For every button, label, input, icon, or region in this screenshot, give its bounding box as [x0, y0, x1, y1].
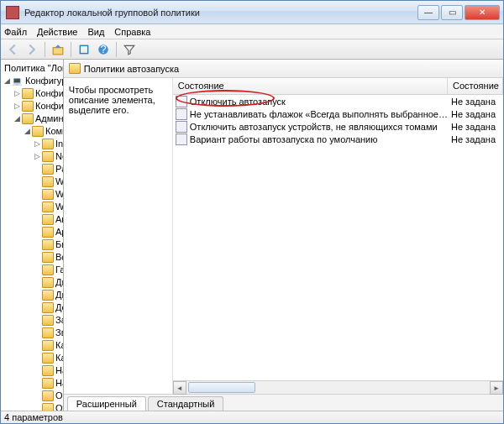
tree-item[interactable]: Анализ стабильности Windows: [3, 213, 63, 226]
tree-item[interactable]: Настройки презентации: [3, 377, 63, 390]
policies-list: Состояние Состояние Отключить автозапуск…: [173, 78, 503, 394]
toolbar-separator: [116, 42, 117, 57]
policy-icon: [176, 133, 187, 145]
tree-conf-windows[interactable]: ▷ Конфигурация Windows: [3, 100, 63, 113]
tree-item[interactable]: Домашняя группа: [3, 301, 63, 314]
folder-icon: [42, 202, 54, 212]
policy-item[interactable]: Не устанавливать флажок «Всегда выполнят…: [173, 107, 503, 120]
tree-item[interactable]: ▷NetMeeting: [3, 150, 63, 163]
folder-icon: [42, 139, 54, 149]
menu-bar: Файл Действие Вид Справка: [1, 24, 503, 39]
policy-icon: [176, 121, 187, 133]
toolbar: ?: [1, 39, 503, 60]
tree-admin-templates[interactable]: ◢ Административные шаблоны: [3, 113, 63, 125]
col-setting[interactable]: Состояние: [173, 78, 448, 94]
maximize-button[interactable]: [441, 5, 463, 20]
tab-standard[interactable]: Стандартный: [148, 396, 224, 411]
close-button[interactable]: [465, 5, 500, 20]
tree-item[interactable]: Гаджеты рабочего стола: [3, 264, 63, 276]
tree-item[interactable]: Windows SideShow: [3, 201, 63, 213]
tree-computer-config[interactable]: ◢ Конфигурация компьютера: [3, 75, 63, 87]
tree-item[interactable]: Найти: [3, 364, 63, 377]
scrollbar-thumb[interactable]: [188, 382, 255, 393]
folder-icon: [42, 290, 54, 301]
tree-root-label: Политика "Локальный компьютер": [3, 61, 63, 75]
details-header: Политики автозапуска: [64, 60, 503, 78]
tree-item[interactable]: Обозреватель игр: [3, 390, 63, 402]
details-body: Чтобы просмотреть описание элемента, выд…: [64, 78, 503, 394]
svg-rect-0: [53, 47, 63, 54]
policy-state: Не задана: [448, 122, 503, 132]
folder-icon: [42, 403, 54, 411]
tree-item[interactable]: Parental Controls: [3, 163, 63, 175]
tree-item[interactable]: Каналы RSS: [3, 352, 63, 364]
policy-state: Не задана: [448, 109, 503, 119]
menu-help[interactable]: Справка: [114, 27, 150, 37]
help-button[interactable]: ?: [95, 41, 112, 58]
folder-icon: [42, 176, 54, 187]
col-state[interactable]: Состояние: [448, 78, 503, 94]
folder-icon: [42, 327, 54, 338]
status-text: 4 параметров: [4, 412, 63, 422]
tree-item[interactable]: Архивация данных: [3, 226, 63, 238]
folder-icon: [42, 365, 54, 376]
tree-item[interactable]: Диспетчер системных ресурсов: [3, 289, 63, 301]
back-button[interactable]: [4, 41, 21, 58]
details-title: Политики автозапуска: [84, 64, 179, 74]
tree-item[interactable]: Встроенная справка: [3, 251, 63, 264]
svg-text:?: ?: [100, 44, 106, 55]
folder-icon: [69, 63, 81, 74]
details-description: Чтобы просмотреть описание элемента, выд…: [64, 78, 173, 394]
tree-item[interactable]: ▷Internet Explorer: [3, 138, 63, 150]
minimize-button[interactable]: [417, 5, 439, 20]
horizontal-scrollbar[interactable]: [173, 380, 503, 394]
folder-icon: [42, 239, 54, 250]
tree-windows-components[interactable]: ◢ Компоненты Windows: [3, 125, 63, 138]
title-bar: Редактор локальной групповой политики: [1, 1, 503, 24]
folder-icon: [42, 214, 54, 225]
folder-icon: [42, 378, 54, 389]
folder-icon: [42, 189, 54, 200]
policy-icon: [176, 108, 187, 120]
policy-name: Отключить автозапуск: [190, 97, 448, 107]
menu-view[interactable]: Вид: [87, 27, 104, 37]
forward-button[interactable]: [24, 41, 40, 58]
policy-name: Не устанавливать флажок «Всегда выполнят…: [190, 109, 448, 119]
policy-item[interactable]: Отключить автозапускНе задана: [173, 95, 503, 107]
tree-pane: Политика "Локальный компьютер" ◢ Конфигу…: [1, 60, 64, 411]
folder-icon: [42, 264, 54, 275]
folder-icon: [42, 164, 54, 175]
view-tabs: Расширенный Стандартный: [64, 394, 503, 411]
details-pane: Политики автозапуска Чтобы просмотреть о…: [64, 60, 503, 411]
menu-action[interactable]: Действие: [37, 27, 77, 37]
policy-item[interactable]: Отключить автозапуск устройств, не являю…: [173, 120, 503, 133]
policy-item[interactable]: Вариант работы автозапуска по умолчаниюН…: [173, 133, 503, 145]
toolbar-separator: [45, 42, 45, 57]
tree-item[interactable]: Защитник Windows: [3, 314, 63, 327]
folder-icon: [42, 252, 54, 263]
tree-item[interactable]: Диспетчер окон рабочего стола: [3, 276, 63, 289]
folder-icon: [42, 390, 54, 401]
filter-button[interactable]: [121, 41, 138, 58]
columns-header: Состояние Состояние: [173, 78, 503, 95]
tree-item[interactable]: Windows Media Center: [3, 175, 63, 188]
policy-tree[interactable]: Политика "Локальный компьютер" ◢ Конфигу…: [1, 60, 63, 411]
tree-item[interactable]: Отчеты об ошибках Windows: [3, 402, 63, 411]
window-controls: [417, 5, 500, 20]
tab-extended[interactable]: Расширенный: [67, 396, 146, 411]
tree-item[interactable]: Звукозапись: [3, 327, 63, 339]
tree-item[interactable]: Windows Messenger: [3, 188, 63, 201]
folder-icon: [42, 277, 54, 288]
tree-item[interactable]: Биометрия: [3, 238, 63, 251]
policy-icon: [176, 96, 187, 107]
tree-item[interactable]: Календарь Windows: [3, 339, 63, 352]
up-button[interactable]: [50, 41, 66, 58]
refresh-button[interactable]: [76, 41, 92, 58]
toolbar-separator: [71, 42, 71, 57]
menu-file[interactable]: Файл: [4, 27, 27, 37]
policy-state: Не задана: [448, 134, 503, 144]
folder-icon: [42, 302, 54, 313]
folder-icon: [42, 151, 54, 162]
policy-name: Отключить автозапуск устройств, не являю…: [190, 122, 448, 132]
tree-conf-programs[interactable]: ▷ Конфигурация программ: [3, 87, 63, 100]
